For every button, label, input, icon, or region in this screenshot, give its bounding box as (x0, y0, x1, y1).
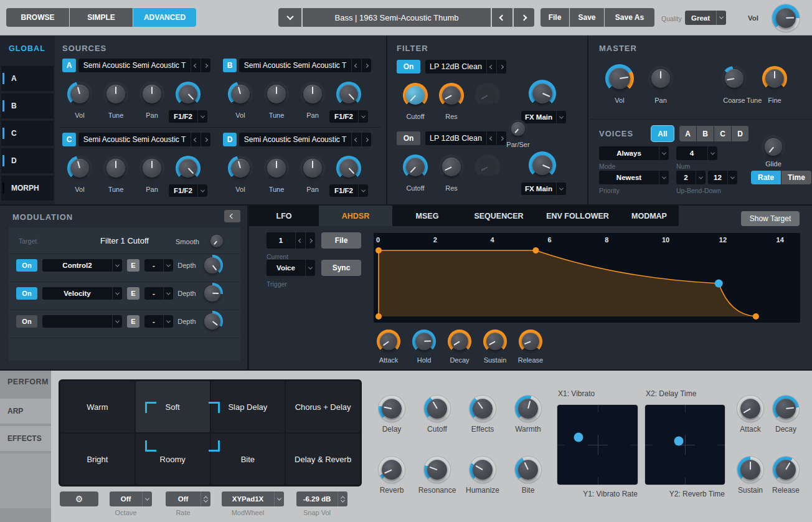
nav-tab-morph[interactable]: MORPH (1, 176, 54, 201)
voices-all-button[interactable]: All (651, 126, 674, 141)
source-b-badge[interactable]: B (223, 59, 237, 72)
envelope-point[interactable] (375, 247, 382, 254)
source-a-badge[interactable]: A (62, 59, 76, 72)
snapshot-pad-bright[interactable]: Bright (60, 434, 135, 485)
tab-simple[interactable]: SIMPLE (70, 8, 133, 27)
prev-icon[interactable] (191, 59, 201, 72)
snapshot-pad-bite[interactable]: Bite (211, 434, 285, 485)
glide-rate-button[interactable]: Rate (751, 171, 781, 184)
glide-time-button[interactable]: Time (781, 171, 811, 184)
bend-up-select[interactable]: 2 (676, 171, 706, 184)
source-c-badge[interactable]: C (62, 133, 76, 146)
xy-pad-1[interactable] (557, 405, 638, 485)
source-d-name[interactable]: Semi Acoustic Semi Acoustic T (239, 133, 371, 146)
octave-select[interactable]: Off (110, 491, 152, 506)
source-c-vol-knob[interactable] (67, 156, 92, 181)
mod3-source-select[interactable] (42, 315, 122, 328)
filter1-fx-select[interactable]: FX Main (521, 111, 566, 123)
tab-ahdsr[interactable]: AHDSR (319, 206, 392, 226)
quality-select[interactable]: Great (685, 11, 726, 25)
prev-icon[interactable] (486, 60, 496, 74)
filter1-fx-knob[interactable] (529, 80, 556, 107)
source-a-pan-knob[interactable] (139, 82, 164, 107)
source-a-name[interactable]: Semi Acoustic Semi Acoustic T (78, 59, 210, 72)
filter1-res-knob[interactable] (439, 83, 464, 108)
smooth-knob[interactable] (208, 232, 225, 250)
prev-icon[interactable] (351, 133, 361, 146)
ahdsr-decay-knob[interactable] (448, 330, 471, 353)
perform-warmth-knob[interactable] (515, 396, 541, 422)
preset-name[interactable]: Bass | 1963 Semi-Acoustic Thumb (303, 8, 491, 27)
tab-mseg[interactable]: MSEG (392, 206, 462, 226)
ahdsr-sustain-knob[interactable] (483, 330, 507, 353)
mod2-edit-button[interactable]: E (127, 287, 139, 300)
voices-a-button[interactable]: A (679, 126, 696, 141)
source-b-name[interactable]: Semi Acoustic Semi Acoustic T (239, 59, 371, 72)
perform-effects-knob[interactable] (470, 396, 496, 422)
mod2-via-select[interactable]: - (144, 287, 173, 300)
preset-menu-button[interactable] (278, 8, 301, 27)
source-c-route-select[interactable]: F1/F2 (169, 184, 207, 197)
perform-reverb-knob[interactable] (379, 457, 405, 483)
save-as-button[interactable]: Save As (605, 8, 654, 27)
filter2-fx-knob[interactable] (529, 151, 556, 179)
voices-c-button[interactable]: C (714, 126, 731, 141)
perform-humanize-knob[interactable] (470, 457, 496, 483)
mod1-edit-button[interactable]: E (127, 259, 139, 272)
nav-tab-a[interactable]: A (1, 66, 54, 91)
source-d-pan-knob[interactable] (300, 156, 325, 181)
snap-vol-stepper[interactable]: -6.29 dB (296, 491, 347, 506)
filter1-type-select[interactable]: LP 12dB Clean (425, 60, 506, 74)
mod3-edit-button[interactable]: E (127, 315, 139, 328)
source-b-route-knob[interactable] (336, 82, 361, 107)
perform-attack-knob[interactable] (737, 396, 763, 422)
voices-b-button[interactable]: B (697, 126, 714, 141)
nav-tab-arp[interactable]: ARP (0, 399, 51, 424)
modulation-collapse-button[interactable] (224, 210, 240, 222)
perform-decay-knob[interactable] (773, 396, 799, 422)
source-d-tune-knob[interactable] (264, 156, 289, 181)
perform-delay-knob[interactable] (379, 396, 405, 422)
master-fine-knob[interactable] (762, 66, 787, 91)
master-pan-knob[interactable] (648, 66, 673, 91)
mod1-depth-knob[interactable] (202, 255, 223, 276)
next-icon[interactable] (496, 131, 506, 145)
nav-tab-effects[interactable]: EFFECTS (0, 426, 51, 451)
source-a-vol-knob[interactable] (67, 82, 92, 107)
envelope-point[interactable] (753, 313, 759, 320)
tab-browse[interactable]: BROWSE (6, 8, 69, 27)
prev-icon[interactable] (351, 59, 361, 72)
filter2-type-select[interactable]: LP 12dB Clean (425, 131, 506, 145)
voices-d-button[interactable]: D (732, 126, 748, 141)
next-icon[interactable] (496, 60, 506, 74)
voices-mode-select[interactable]: Always (599, 146, 669, 160)
source-b-vol-knob[interactable] (228, 82, 253, 107)
envelope-point[interactable] (375, 313, 382, 320)
ahdsr-hold-knob[interactable] (412, 330, 436, 353)
source-d-route-knob[interactable] (336, 156, 361, 181)
file-button[interactable]: File (541, 8, 569, 27)
mod2-source-select[interactable]: Velocity (42, 287, 122, 300)
save-button[interactable]: Save (570, 8, 604, 27)
source-c-pan-knob[interactable] (139, 156, 164, 181)
source-c-name[interactable]: Semi Acoustic Semi Acoustic T (78, 133, 210, 146)
preset-next-button[interactable] (514, 8, 534, 27)
show-target-button[interactable]: Show Target (741, 211, 800, 226)
filter2-on-button[interactable]: On (397, 131, 420, 145)
voices-priority-select[interactable]: Newest (599, 171, 669, 184)
mod1-source-select[interactable]: Control2 (42, 259, 122, 272)
ahdsr-release-knob[interactable] (519, 330, 542, 353)
source-a-route-select[interactable]: F1/F2 (169, 110, 207, 123)
master-coarse-knob[interactable] (722, 66, 747, 91)
tab-lfo[interactable]: LFO (249, 206, 319, 226)
nav-tab-d[interactable]: D (1, 148, 54, 173)
filter1-on-button[interactable]: On (397, 60, 420, 74)
mod3-depth-knob[interactable] (202, 311, 223, 332)
next-icon[interactable] (361, 59, 371, 72)
prev-icon[interactable] (486, 131, 496, 145)
bend-down-select[interactable]: 12 (708, 171, 737, 184)
source-b-tune-knob[interactable] (264, 82, 289, 107)
filter2-fx-select[interactable]: FX Main (521, 183, 566, 195)
mod3-via-select[interactable]: - (144, 315, 173, 328)
next-icon[interactable] (305, 232, 315, 249)
